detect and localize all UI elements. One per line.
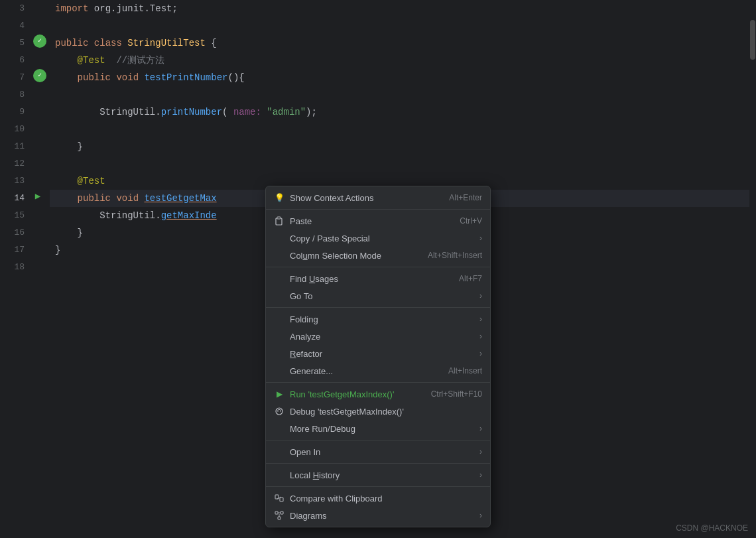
line-num-18: 18 <box>0 259 25 276</box>
menu-label-column-selection: Column Selection Mode <box>290 251 381 261</box>
line-num-13: 13 <box>0 172 25 190</box>
separator-3 <box>266 307 490 308</box>
menu-item-folding[interactable]: Folding › <box>266 310 490 328</box>
menu-item-column-selection[interactable]: Column Selection Mode Alt+Shift+Insert <box>266 247 490 264</box>
line-num-5: 5 <box>0 34 25 52</box>
menu-label-paste: Paste <box>290 216 312 226</box>
watermark-text: CSDN @HACKNOE <box>676 523 748 533</box>
menu-item-show-context-actions[interactable]: 💡 Show Context Actions Alt+Enter <box>266 189 490 206</box>
arrow-icon-diagrams: › <box>479 511 482 520</box>
code-line-6: @Test //测试方法 <box>50 52 756 69</box>
separator-2 <box>266 267 490 267</box>
arrow-icon-copy-paste: › <box>479 234 482 243</box>
menu-item-find-usages[interactable]: Find Usages Alt+F7 <box>266 270 490 287</box>
vertical-scrollbar[interactable] <box>749 0 756 538</box>
shortcut-find-usages: Alt+F7 <box>459 274 482 283</box>
svg-point-3 <box>277 411 279 412</box>
menu-label-show-context-actions: Show Context Actions <box>290 193 373 203</box>
folding-icon <box>274 314 284 324</box>
menu-label-go-to: Go To <box>290 291 312 301</box>
line-num-4: 4 <box>0 17 25 34</box>
more-run-debug-icon <box>274 423 284 434</box>
gutter-icon-line5[interactable]: ✓ <box>33 34 46 48</box>
arrow-icon-go-to: › <box>479 291 482 301</box>
scrollbar-thumb[interactable] <box>750 20 755 60</box>
menu-item-more-run-debug[interactable]: More Run/Debug › <box>266 420 490 437</box>
menu-label-run: Run 'testGetgetMaxIndex()' <box>290 389 394 399</box>
line-num-9: 9 <box>0 103 25 121</box>
menu-item-copy-paste-special[interactable]: Copy / Paste Special › <box>266 230 490 247</box>
svg-point-4 <box>280 411 281 412</box>
refactor-icon <box>274 348 284 359</box>
code-line-5: public class StringUtilTest { <box>50 34 756 52</box>
line-num-10: 10 <box>0 121 25 138</box>
separator-6 <box>266 463 490 464</box>
menu-label-copy-paste-special: Copy / Paste Special <box>290 234 370 243</box>
menu-item-debug[interactable]: Debug 'testGetgetMaxIndex()' <box>266 403 490 420</box>
line-num-11: 11 <box>0 138 25 155</box>
watermark: CSDN @HACKNOE <box>676 523 748 533</box>
column-selection-icon <box>274 250 284 261</box>
line-num-16: 16 <box>0 224 25 241</box>
bulb-icon: 💡 <box>274 192 284 203</box>
find-usages-icon <box>274 273 284 284</box>
code-line-10 <box>50 121 756 138</box>
menu-label-folding: Folding <box>290 314 318 324</box>
separator-5 <box>266 440 490 440</box>
svg-rect-1 <box>277 217 281 219</box>
menu-label-diagrams: Diagrams <box>290 511 327 521</box>
svg-rect-6 <box>280 498 283 502</box>
shortcut-generate: Alt+Insert <box>448 366 482 375</box>
separator-4 <box>266 382 490 383</box>
arrow-icon-open-in: › <box>479 447 482 456</box>
line-num-14: 14 <box>0 190 25 207</box>
code-line-7: public void testPrintNumber(){ <box>50 69 756 86</box>
arrow-icon-local-history: › <box>479 470 482 480</box>
menu-label-generate: Generate... <box>290 366 333 376</box>
line-num-15: 15 <box>0 207 25 224</box>
menu-item-open-in[interactable]: Open In › <box>266 443 490 460</box>
debug-icon <box>274 406 284 417</box>
shortcut-show-context-actions: Alt+Enter <box>449 193 482 202</box>
menu-label-open-in: Open In <box>290 447 320 457</box>
gutter: ✓ ✓ ▶ <box>30 0 50 538</box>
menu-label-compare-clipboard: Compare with Clipboard <box>290 494 382 504</box>
context-menu: 💡 Show Context Actions Alt+Enter Paste C… <box>265 186 491 527</box>
svg-rect-10 <box>278 517 281 519</box>
arrow-icon-refactor: › <box>479 349 482 358</box>
separator-1 <box>266 209 490 210</box>
separator-7 <box>266 486 490 487</box>
copy-paste-icon <box>274 233 284 243</box>
menu-item-refactor[interactable]: Refactor › <box>266 345 490 362</box>
menu-item-go-to[interactable]: Go To › <box>266 287 490 304</box>
shortcut-run: Ctrl+Shift+F10 <box>431 389 482 399</box>
menu-item-paste[interactable]: Paste Ctrl+V <box>266 212 490 230</box>
shortcut-paste: Ctrl+V <box>460 216 482 226</box>
svg-rect-8 <box>275 511 278 514</box>
code-line-4 <box>50 17 756 34</box>
diagrams-icon <box>274 510 284 521</box>
compare-clipboard-icon <box>274 493 284 504</box>
menu-item-local-history[interactable]: Local History › <box>266 466 490 484</box>
menu-item-diagrams[interactable]: Diagrams › <box>266 507 490 524</box>
open-in-icon <box>274 446 284 457</box>
code-line-11: } <box>50 138 756 155</box>
generate-icon <box>274 366 284 376</box>
gutter-icon-line7[interactable]: ✓ <box>33 69 46 82</box>
menu-label-debug: Debug 'testGetgetMaxIndex()' <box>290 407 404 417</box>
analyze-icon <box>274 331 284 342</box>
menu-item-analyze[interactable]: Analyze › <box>266 328 490 345</box>
gutter-icon-line14[interactable]: ▶ <box>31 190 44 203</box>
menu-label-analyze: Analyze <box>290 332 320 342</box>
menu-label-more-run-debug: More Run/Debug <box>290 424 355 434</box>
menu-label-find-usages: Find Usages <box>290 274 338 284</box>
menu-item-generate[interactable]: Generate... Alt+Insert <box>266 362 490 379</box>
line-num-17: 17 <box>0 241 25 259</box>
menu-item-compare-clipboard[interactable]: Compare with Clipboard <box>266 490 490 507</box>
local-history-icon <box>274 470 284 480</box>
code-line-12 <box>50 155 756 172</box>
code-line-9: StringUtil.printNumber( name: "admin"); <box>50 103 756 121</box>
code-line-3: import org.junit.Test; <box>50 0 756 17</box>
line-num-7: 7 <box>0 69 25 86</box>
menu-item-run[interactable]: ▶ Run 'testGetgetMaxIndex()' Ctrl+Shift+… <box>266 385 490 403</box>
